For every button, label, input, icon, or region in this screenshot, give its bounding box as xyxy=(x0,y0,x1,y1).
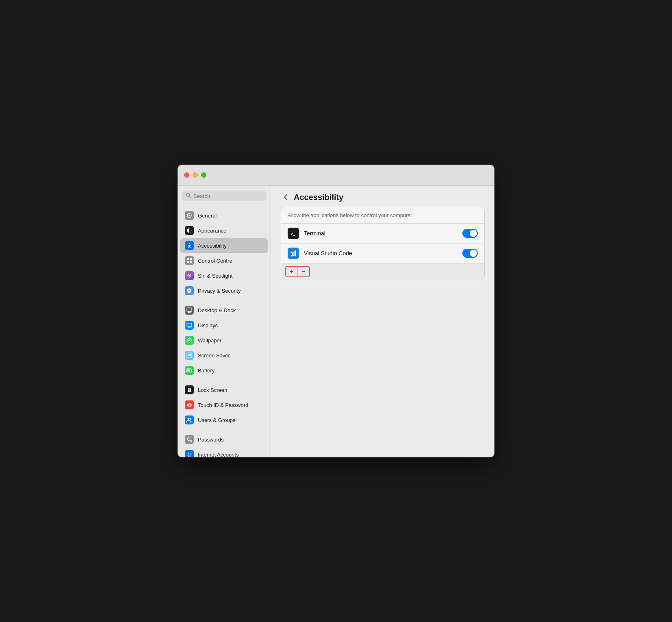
sidebar-item-siri[interactable]: Siri & Spotlight xyxy=(180,268,268,283)
sidebar-item-label: Siri & Spotlight xyxy=(198,273,232,279)
close-button[interactable] xyxy=(184,172,189,178)
svg-rect-14 xyxy=(188,311,191,312)
sidebar-item-passwords[interactable]: Passwords xyxy=(180,432,268,447)
table-row: Visual Studio Code xyxy=(281,244,484,263)
main-window: General Appearance xyxy=(178,165,494,457)
sidebar-item-label: Battery xyxy=(198,368,215,374)
svg-text:>_: >_ xyxy=(291,232,295,236)
sidebar-item-lockscreen[interactable]: Lock Screen xyxy=(180,383,268,397)
svg-point-11 xyxy=(189,275,190,276)
accessibility-section: Allow the applications below to control … xyxy=(281,207,485,280)
displays-icon xyxy=(185,321,194,330)
svg-point-33 xyxy=(188,418,190,420)
sidebar-item-label: Accessibility xyxy=(198,243,227,249)
app-name: Visual Studio Code xyxy=(304,250,457,257)
add-button[interactable]: + xyxy=(286,267,297,276)
sidebar-item-battery[interactable]: Battery xyxy=(180,363,268,378)
svg-rect-13 xyxy=(188,312,191,313)
sidebar-item-privacy[interactable]: Privacy & Security xyxy=(180,283,268,298)
sidebar-item-general[interactable]: General xyxy=(180,208,268,223)
remove-button[interactable]: − xyxy=(298,267,309,276)
svg-point-3 xyxy=(189,215,190,216)
divider-1 xyxy=(178,298,271,302)
panel-title: Accessibility xyxy=(294,193,343,202)
sidebar-item-label: Appearance xyxy=(198,228,226,234)
sidebar-list: General Appearance xyxy=(178,206,271,457)
svg-rect-15 xyxy=(187,323,192,326)
sidebar-item-label: Desktop & Dock xyxy=(198,307,236,313)
siri-icon xyxy=(185,271,194,280)
sidebar-item-label: Internet Accounts xyxy=(198,452,238,458)
app-name: Terminal xyxy=(304,230,457,237)
touchid-icon xyxy=(185,400,194,409)
svg-rect-6 xyxy=(187,258,189,260)
appearance-icon xyxy=(185,226,194,235)
sidebar-item-displays[interactable]: Displays xyxy=(180,318,268,333)
vscode-toggle[interactable] xyxy=(462,249,478,258)
svg-point-29 xyxy=(189,391,190,391)
screensaver-icon xyxy=(185,351,194,360)
sidebar-item-wallpaper[interactable]: Wallpaper xyxy=(180,333,268,348)
sidebar-item-label: General xyxy=(198,213,217,219)
panel-body: Allow the applications below to control … xyxy=(271,207,494,457)
sidebar-item-control-centre[interactable]: Control Centre xyxy=(180,253,268,268)
lockscreen-icon xyxy=(185,385,194,394)
maximize-button[interactable] xyxy=(201,172,206,178)
vscode-icon xyxy=(288,248,299,259)
main-panel: Accessibility Allow the applications bel… xyxy=(271,186,494,457)
sidebar-item-accessibility[interactable]: Accessibility xyxy=(180,238,268,253)
svg-point-5 xyxy=(189,243,190,244)
add-remove-container: + − xyxy=(281,263,484,280)
users-icon xyxy=(185,415,194,424)
sidebar-item-label: Passwords xyxy=(198,437,224,443)
search-icon xyxy=(186,193,191,199)
svg-text:@: @ xyxy=(187,452,192,457)
svg-rect-12 xyxy=(187,308,192,311)
privacy-icon xyxy=(185,286,194,295)
divider-3 xyxy=(178,428,271,432)
description-text: Allow the applications below to control … xyxy=(281,207,484,224)
traffic-lights xyxy=(184,172,206,178)
wallpaper-icon xyxy=(185,336,194,345)
sidebar-item-screensaver[interactable]: Screen Saver xyxy=(180,348,268,363)
back-button[interactable] xyxy=(281,192,290,202)
terminal-icon: >_ xyxy=(288,228,299,239)
window-content: General Appearance xyxy=(178,186,494,457)
internet-icon: @ xyxy=(185,450,194,457)
table-row: >_ Terminal xyxy=(281,224,484,244)
svg-point-32 xyxy=(189,405,190,405)
sidebar-item-label: Screen Saver xyxy=(198,352,230,359)
battery-icon xyxy=(185,366,194,375)
sidebar: General Appearance xyxy=(178,186,271,457)
search-bar[interactable] xyxy=(182,191,267,201)
general-icon xyxy=(185,211,194,220)
terminal-toggle[interactable] xyxy=(462,229,478,238)
control-centre-icon xyxy=(185,256,194,265)
svg-rect-8 xyxy=(187,261,189,263)
svg-point-19 xyxy=(189,339,190,341)
sidebar-item-label: Privacy & Security xyxy=(198,288,241,294)
sidebar-item-label: Touch ID & Password xyxy=(198,402,248,408)
sidebar-item-desktop[interactable]: Desktop & Dock xyxy=(180,303,268,318)
titlebar xyxy=(178,165,494,186)
desktop-icon xyxy=(185,306,194,315)
svg-rect-25 xyxy=(188,354,191,356)
passwords-icon xyxy=(185,435,194,444)
sidebar-item-appearance[interactable]: Appearance xyxy=(180,223,268,238)
svg-point-34 xyxy=(190,418,191,420)
app-list: >_ Terminal xyxy=(281,224,484,263)
svg-line-1 xyxy=(189,196,191,198)
add-remove-row: + − xyxy=(285,266,310,277)
sidebar-item-label: Users & Groups xyxy=(198,417,235,423)
panel-header: Accessibility xyxy=(271,186,494,207)
sidebar-item-label: Wallpaper xyxy=(198,337,221,344)
sidebar-item-label: Lock Screen xyxy=(198,387,227,393)
sidebar-item-internet[interactable]: @ Internet Accounts xyxy=(180,447,268,457)
minimize-button[interactable] xyxy=(193,172,198,178)
sidebar-item-users[interactable]: Users & Groups xyxy=(180,413,268,427)
svg-rect-27 xyxy=(187,370,190,372)
sidebar-item-touchid[interactable]: Touch ID & Password xyxy=(180,398,268,412)
svg-rect-9 xyxy=(190,261,192,263)
sidebar-item-label: Displays xyxy=(198,322,218,328)
search-input[interactable] xyxy=(193,193,262,199)
